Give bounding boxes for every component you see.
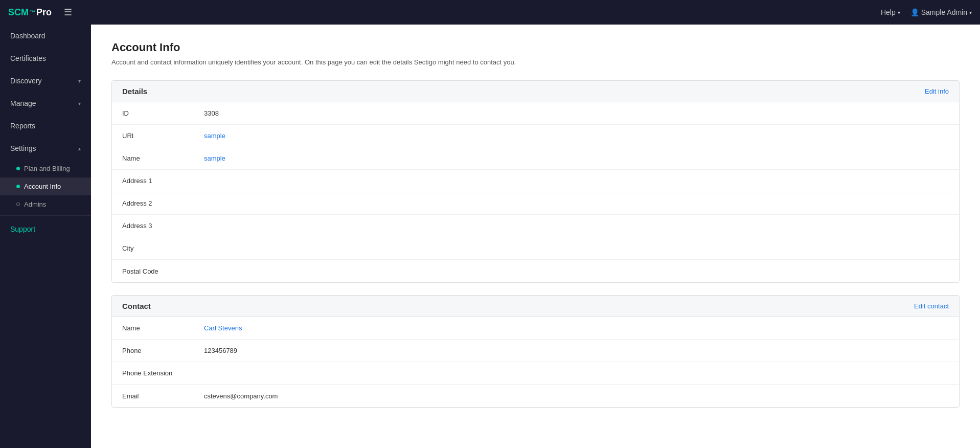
sidebar-sub-item-admins[interactable]: Admins <box>0 195 91 213</box>
field-label: Postal Code <box>122 267 204 275</box>
contact-card: Contact Edit contact NameCarl StevensPho… <box>111 295 960 408</box>
help-chevron-icon: ▾ <box>898 10 900 15</box>
top-nav-right: Help ▾ 👤 Sample Admin ▾ <box>881 8 972 16</box>
top-nav: SCM™Pro ☰ Help ▾ 👤 Sample Admin ▾ <box>0 0 980 25</box>
field-row: ID3308 <box>112 102 959 125</box>
edit-contact-link[interactable]: Edit contact <box>914 302 949 310</box>
sidebar-item-reports[interactable]: Reports <box>0 115 91 137</box>
sidebar-sub-item-plan-billing[interactable]: Plan and Billing <box>0 160 91 177</box>
details-card-title: Details <box>122 87 147 96</box>
sidebar-item-support[interactable]: Support <box>0 218 91 240</box>
page-title: Account Info <box>111 41 960 54</box>
field-row: Address 2 <box>112 192 959 215</box>
field-row: Address 3 <box>112 215 959 237</box>
user-chevron-icon: ▾ <box>969 10 972 15</box>
field-label: Address 1 <box>122 177 204 185</box>
field-label: Email <box>122 392 204 400</box>
field-row: Phone123456789 <box>112 340 959 362</box>
field-label: Address 2 <box>122 199 204 207</box>
user-avatar-icon: 👤 <box>910 8 919 16</box>
details-card-header: Details Edit info <box>112 81 959 102</box>
hamburger-icon[interactable]: ☰ <box>64 7 72 18</box>
field-label: Name <box>122 324 204 332</box>
contact-card-header: Contact Edit contact <box>112 296 959 317</box>
sidebar-item-settings[interactable]: Settings ▴ <box>0 137 91 160</box>
field-value: 3308 <box>204 109 219 117</box>
edit-info-link[interactable]: Edit info <box>925 87 949 95</box>
page-subtitle: Account and contact information uniquely… <box>111 58 960 66</box>
sidebar-sub-item-account-info[interactable]: Account Info <box>0 177 91 195</box>
field-row: Address 1 <box>112 170 959 192</box>
field-row: Postal Code <box>112 260 959 282</box>
manage-chevron-icon: ▾ <box>78 101 81 106</box>
sidebar: Dashboard Certificates Discovery ▾ Manag… <box>0 25 91 448</box>
field-value: Carl Stevens <box>204 324 242 332</box>
logo: SCM™Pro <box>8 7 52 18</box>
plan-billing-dot <box>16 167 20 170</box>
field-row: NameCarl Stevens <box>112 317 959 340</box>
sidebar-item-dashboard[interactable]: Dashboard <box>0 25 91 47</box>
sidebar-item-certificates[interactable]: Certificates <box>0 47 91 70</box>
field-label: ID <box>122 109 204 117</box>
admins-dot <box>16 203 20 206</box>
account-info-dot <box>16 185 20 188</box>
user-menu[interactable]: 👤 Sample Admin ▾ <box>910 8 972 16</box>
details-fields: ID3308URIsampleNamesampleAddress 1Addres… <box>112 102 959 282</box>
field-value: sample <box>204 154 225 162</box>
field-row: Phone Extension <box>112 362 959 385</box>
field-label: Address 3 <box>122 222 204 230</box>
contact-fields: NameCarl StevensPhone123456789Phone Exte… <box>112 317 959 407</box>
contact-card-title: Contact <box>122 302 151 310</box>
field-row: URIsample <box>112 125 959 147</box>
field-label: City <box>122 244 204 252</box>
app-body: Dashboard Certificates Discovery ▾ Manag… <box>0 25 980 448</box>
field-label: Name <box>122 154 204 162</box>
sidebar-item-discovery[interactable]: Discovery ▾ <box>0 70 91 92</box>
sidebar-divider <box>0 215 91 216</box>
field-row: Emailcstevens@company.com <box>112 385 959 407</box>
field-label: Phone Extension <box>122 369 204 377</box>
settings-chevron-icon: ▴ <box>78 146 81 151</box>
field-value: cstevens@company.com <box>204 392 278 400</box>
field-value: sample <box>204 132 225 140</box>
field-label: Phone <box>122 347 204 354</box>
main-content: Account Info Account and contact informa… <box>91 25 980 448</box>
field-value: 123456789 <box>204 347 237 354</box>
field-row: Namesample <box>112 147 959 170</box>
details-card: Details Edit info ID3308URIsampleNamesam… <box>111 80 960 283</box>
help-menu[interactable]: Help ▾ <box>881 8 900 16</box>
sidebar-item-manage[interactable]: Manage ▾ <box>0 92 91 115</box>
discovery-chevron-icon: ▾ <box>78 78 81 84</box>
field-label: URI <box>122 132 204 140</box>
field-row: City <box>112 237 959 260</box>
